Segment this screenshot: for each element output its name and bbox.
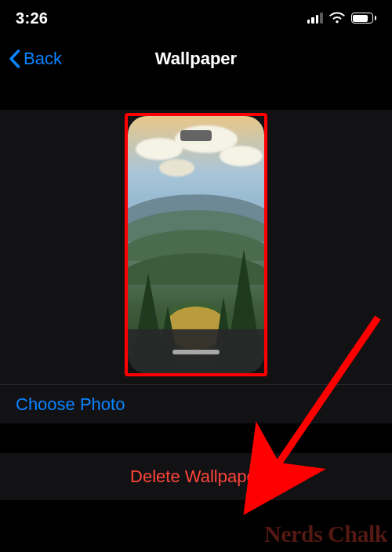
battery-icon bbox=[351, 13, 377, 24]
delete-section: Delete Wallpaper bbox=[0, 453, 392, 500]
chevron-left-icon bbox=[6, 47, 24, 71]
wallpaper-preview[interactable] bbox=[128, 116, 264, 373]
home-bar-area bbox=[128, 329, 264, 373]
home-indicator-icon bbox=[172, 350, 220, 354]
dynamic-island-icon bbox=[180, 130, 212, 141]
back-label: Back bbox=[24, 49, 62, 69]
delete-wallpaper-label: Delete Wallpaper bbox=[130, 467, 262, 487]
back-button[interactable]: Back bbox=[0, 47, 62, 71]
nav-bar: Back Wallpaper bbox=[0, 36, 392, 82]
wifi-icon bbox=[329, 12, 345, 24]
status-indicators bbox=[307, 12, 377, 24]
cellular-icon bbox=[307, 13, 323, 24]
delete-wallpaper-button[interactable]: Delete Wallpaper bbox=[0, 453, 392, 500]
status-bar: 3:26 bbox=[0, 0, 392, 36]
status-time: 3:26 bbox=[16, 9, 48, 27]
watermark: Nerds Chalk bbox=[264, 521, 387, 547]
choose-photo-label: Choose Photo bbox=[16, 394, 125, 415]
wallpaper-preview-highlight bbox=[125, 113, 267, 376]
choose-photo-row[interactable]: Choose Photo bbox=[0, 384, 392, 423]
